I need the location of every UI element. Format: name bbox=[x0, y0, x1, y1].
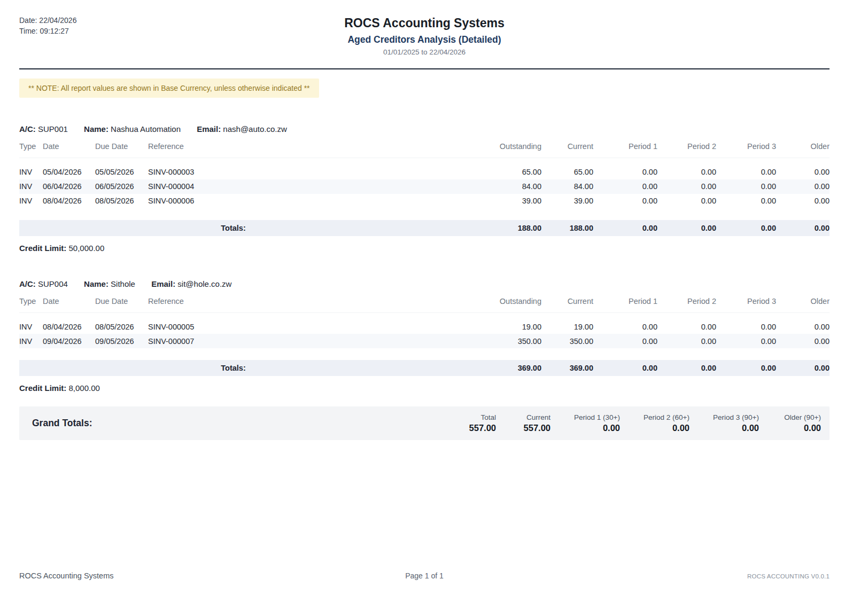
invoice-row: INV 08/04/2026 08/05/2026 SINV-000006 39… bbox=[19, 194, 830, 208]
col-header-older: Older bbox=[776, 294, 830, 313]
currency-note: ** NOTE: All report values are shown in … bbox=[19, 79, 319, 98]
col-header-period3: Period 3 bbox=[716, 294, 776, 313]
grand-total-column: Period 3 (90+) 0.00 bbox=[706, 413, 759, 433]
ac-label: A/C: bbox=[19, 279, 36, 288]
col-header-current: Current bbox=[541, 139, 593, 158]
col-header-period2: Period 2 bbox=[657, 294, 716, 313]
cell-period1: 0.00 bbox=[593, 194, 657, 208]
grand-total-column-value: 557.00 bbox=[463, 423, 496, 433]
supplier-header: A/C: SUP004 Name: Sithole Email: sit@hol… bbox=[19, 279, 830, 288]
invoice-rows: INV 08/04/2026 08/05/2026 SINV-000005 19… bbox=[19, 312, 830, 348]
cell-period2: 0.00 bbox=[657, 179, 716, 194]
invoice-table: Type Date Due Date Reference Outstanding… bbox=[19, 139, 830, 236]
cell-reference: SINV-000007 bbox=[148, 334, 447, 348]
meta-date-line: Date: 22/04/2026 bbox=[19, 15, 76, 26]
cell-current: 65.00 bbox=[541, 158, 593, 179]
grand-total-column-label: Period 2 (60+) bbox=[636, 413, 689, 421]
grand-total-column-value: 557.00 bbox=[512, 423, 551, 433]
table-header: Type Date Due Date Reference Outstanding… bbox=[19, 139, 830, 158]
invoice-row: INV 06/04/2026 06/05/2026 SINV-000004 84… bbox=[19, 179, 830, 194]
col-header-period3: Period 3 bbox=[716, 139, 776, 158]
totals-older: 0.00 bbox=[776, 220, 830, 236]
report-page: Date: 22/04/2026 Time: 09:12:27 ROCS Acc… bbox=[0, 0, 868, 611]
header-row: Type Date Due Date Reference Outstanding… bbox=[19, 294, 830, 313]
meta-date-label: Date: bbox=[19, 16, 37, 25]
col-header-reference: Reference bbox=[148, 139, 447, 158]
footer-app-name: ROCS Accounting Systems bbox=[19, 571, 289, 580]
cell-due-date: 09/05/2026 bbox=[95, 334, 148, 348]
supplier-section-sup001: A/C: SUP001 Name: Nashua Automation Emai… bbox=[19, 124, 830, 253]
col-header-date: Date bbox=[43, 294, 95, 313]
grand-total-column-label: Current bbox=[512, 413, 551, 421]
email-value: sit@hole.co.zw bbox=[177, 279, 231, 288]
cell-current: 19.00 bbox=[541, 312, 593, 334]
grand-total-column-value: 0.00 bbox=[636, 423, 689, 433]
ac-label: A/C: bbox=[19, 124, 36, 134]
cell-period3: 0.00 bbox=[716, 334, 776, 348]
header-row: Type Date Due Date Reference Outstanding… bbox=[19, 139, 830, 158]
grand-total-column-value: 0.00 bbox=[706, 423, 759, 433]
company-title: ROCS Accounting Systems bbox=[19, 16, 830, 30]
col-header-due-date: Due Date bbox=[95, 294, 148, 313]
email-label: Email: bbox=[197, 124, 221, 134]
totals-older: 0.00 bbox=[776, 360, 830, 376]
totals-period1: 0.00 bbox=[593, 220, 657, 236]
cell-reference: SINV-000004 bbox=[148, 179, 447, 194]
credit-limit-value: 50,000.00 bbox=[69, 244, 105, 253]
grand-total-column: Period 2 (60+) 0.00 bbox=[636, 413, 689, 433]
grand-total-column-label: Total bbox=[463, 413, 496, 421]
ac-value: SUP001 bbox=[38, 124, 68, 134]
cell-date: 09/04/2026 bbox=[43, 334, 95, 348]
col-header-type: Type bbox=[19, 139, 43, 158]
cell-reference: SINV-000003 bbox=[148, 158, 447, 179]
cell-period3: 0.00 bbox=[716, 179, 776, 194]
cell-older: 0.00 bbox=[776, 312, 830, 334]
col-header-date: Date bbox=[43, 139, 95, 158]
grand-totals-columns: Total 557.00 Current 557.00 Period 1 (30… bbox=[463, 413, 821, 433]
email-value: nash@auto.co.zw bbox=[223, 124, 286, 134]
footer-version: ROCS ACCOUNTING V0.0.1 bbox=[560, 573, 830, 579]
table-header: Type Date Due Date Reference Outstanding… bbox=[19, 294, 830, 313]
cell-period1: 0.00 bbox=[593, 179, 657, 194]
totals-period3: 0.00 bbox=[716, 220, 776, 236]
grand-total-column: Total 557.00 bbox=[463, 413, 496, 433]
cell-date: 08/04/2026 bbox=[43, 312, 95, 334]
header-divider bbox=[19, 68, 830, 69]
col-header-period1: Period 1 bbox=[593, 294, 657, 313]
cell-older: 0.00 bbox=[776, 179, 830, 194]
totals-current: 369.00 bbox=[541, 360, 593, 376]
cell-type: INV bbox=[19, 334, 43, 348]
cell-outstanding: 19.00 bbox=[447, 312, 541, 334]
col-header-outstanding: Outstanding bbox=[447, 294, 541, 313]
cell-period2: 0.00 bbox=[657, 194, 716, 208]
totals-section: Totals: 188.00 188.00 0.00 0.00 0.00 0.0… bbox=[19, 208, 830, 236]
meta-time-label: Time: bbox=[19, 27, 37, 35]
totals-period1: 0.00 bbox=[593, 360, 657, 376]
cell-period1: 0.00 bbox=[593, 312, 657, 334]
cell-period1: 0.00 bbox=[593, 334, 657, 348]
cell-outstanding: 84.00 bbox=[447, 179, 541, 194]
report-date-range: 01/01/2025 to 22/04/2026 bbox=[19, 48, 830, 56]
grand-total-column: Period 1 (30+) 0.00 bbox=[567, 413, 620, 433]
credit-limit-line: Credit Limit: 50,000.00 bbox=[19, 244, 830, 253]
grand-totals-title: Grand Totals: bbox=[32, 418, 92, 429]
name-value: Nashua Automation bbox=[111, 124, 181, 134]
totals-outstanding: 369.00 bbox=[447, 360, 541, 376]
totals-section: Totals: 369.00 369.00 0.00 0.00 0.00 0.0… bbox=[19, 348, 830, 376]
cell-period3: 0.00 bbox=[716, 312, 776, 334]
supplier-header: A/C: SUP001 Name: Nashua Automation Emai… bbox=[19, 124, 830, 134]
report-footer: ROCS Accounting Systems Page 1 of 1 ROCS… bbox=[19, 571, 830, 580]
totals-current: 188.00 bbox=[541, 220, 593, 236]
col-header-period1: Period 1 bbox=[593, 139, 657, 158]
credit-limit-value: 8,000.00 bbox=[69, 383, 100, 393]
cell-due-date: 05/05/2026 bbox=[95, 158, 148, 179]
cell-due-date: 08/05/2026 bbox=[95, 312, 148, 334]
grand-total-column: Current 557.00 bbox=[512, 413, 551, 433]
totals-period2: 0.00 bbox=[657, 220, 716, 236]
grand-total-column-value: 0.00 bbox=[775, 423, 821, 433]
cell-type: INV bbox=[19, 312, 43, 334]
credit-limit-line: Credit Limit: 8,000.00 bbox=[19, 383, 830, 393]
cell-period3: 0.00 bbox=[716, 158, 776, 179]
cell-period2: 0.00 bbox=[657, 312, 716, 334]
cell-date: 06/04/2026 bbox=[43, 179, 95, 194]
